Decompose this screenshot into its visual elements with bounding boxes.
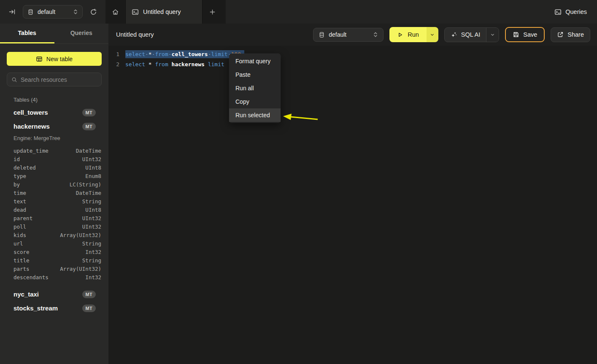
code-line: 1select·*·from·cell_towers·limit·100 — [108, 49, 597, 59]
search-input[interactable] — [21, 76, 97, 83]
column-name: parent — [14, 215, 32, 221]
column-row-deleted: deletedUInt8 — [7, 163, 102, 172]
engine-badge: MT — [82, 305, 96, 312]
column-name: time — [14, 190, 26, 196]
tables-section-label: Tables (4) — [14, 97, 102, 103]
sidebar: Tables Queries New table — [0, 24, 108, 364]
column-type: String — [82, 198, 101, 205]
column-type: UInt32 — [82, 156, 101, 162]
sql-ai-options-caret[interactable] — [486, 28, 499, 42]
home-icon — [112, 8, 119, 16]
column-row-kids: kidsArray(UInt32) — [7, 231, 102, 239]
code-text: select * from hackernews limit — [125, 61, 228, 67]
menu-item-copy[interactable]: Copy — [229, 95, 281, 108]
table-name: cell_towers — [14, 109, 82, 116]
engine-badge: MT — [82, 291, 96, 298]
menu-item-run-selected[interactable]: Run selected — [229, 108, 281, 122]
code-line: 2select * from hackernews limit — [108, 59, 597, 69]
column-name: dead — [14, 207, 26, 213]
column-row-title: titleString — [7, 256, 102, 264]
tab-untitled-query[interactable]: Untitled query — [125, 0, 203, 24]
plus-icon — [209, 9, 216, 15]
topbar-left: default — [0, 0, 105, 24]
new-table-button[interactable]: New table — [7, 52, 102, 66]
refresh-button[interactable] — [87, 5, 100, 18]
home-button[interactable] — [105, 0, 125, 24]
column-type: UInt8 — [85, 164, 101, 171]
column-row-parts: partsArray(UInt32) — [7, 264, 102, 273]
table-row-nyc_taxi[interactable]: nyc_taxiMT — [7, 287, 102, 301]
column-row-by: byLC(String) — [7, 180, 102, 189]
editor-pane: Untitled query default — [108, 24, 597, 364]
column-name: descendants — [14, 274, 49, 280]
column-name: poll — [14, 224, 26, 230]
column-type: Enum8 — [85, 173, 101, 179]
engine-badge: MT — [82, 123, 96, 130]
editor-database-selector[interactable]: default — [313, 28, 384, 42]
column-type: Int32 — [85, 274, 101, 280]
column-row-type: typeEnum8 — [7, 172, 102, 180]
new-tab-button[interactable] — [203, 0, 222, 24]
search-icon — [11, 77, 17, 83]
column-type: UInt32 — [82, 215, 101, 221]
topbar: default — [0, 0, 597, 24]
save-button[interactable]: Save — [505, 27, 545, 42]
topbar-database-selector[interactable]: default — [23, 5, 83, 19]
refresh-icon — [90, 8, 97, 16]
table-engine-label: Engine: MergeTree — [7, 133, 102, 144]
unsaved-changes-dot — [192, 10, 196, 14]
column-name: title — [14, 257, 30, 264]
table-grid-icon — [36, 56, 43, 62]
terminal-icon — [132, 8, 139, 16]
column-row-update_time: update_timeDateTime — [7, 146, 102, 155]
column-row-text: textString — [7, 197, 102, 205]
sidebar-tab-tables[interactable]: Tables — [0, 24, 54, 43]
run-button[interactable]: Run — [389, 27, 438, 42]
queries-button[interactable]: Queries — [554, 8, 587, 16]
run-button-main[interactable]: Run — [389, 27, 427, 42]
sidebar-tab-queries[interactable]: Queries — [54, 24, 109, 43]
column-name: id — [14, 156, 20, 162]
menu-item-format-query[interactable]: Format query — [229, 54, 281, 68]
share-icon — [557, 31, 564, 38]
sidebar-tabs: Tables Queries — [0, 24, 108, 44]
new-table-label: New table — [46, 56, 73, 62]
table-name: hackernews — [14, 123, 82, 130]
database-icon — [27, 9, 34, 15]
column-type: String — [82, 240, 101, 247]
menu-item-run-all[interactable]: Run all — [229, 81, 281, 95]
run-options-caret[interactable] — [427, 27, 438, 42]
column-row-id: idUInt32 — [7, 155, 102, 163]
column-type: String — [82, 257, 101, 264]
chevron-updown-icon — [373, 32, 378, 38]
collapse-sidebar-button[interactable] — [6, 5, 19, 18]
collapse-sidebar-icon — [9, 8, 16, 15]
line-number: 1 — [108, 51, 119, 57]
column-type: Array(UInt32) — [60, 266, 101, 272]
table-row-stocks_stream[interactable]: stocks_streamMT — [7, 301, 102, 315]
sql-editor[interactable]: 1select·*·from·cell_towers·limit·1002sel… — [108, 46, 597, 364]
sql-ai-button-main[interactable]: SQL AI — [445, 28, 486, 42]
menu-item-paste[interactable]: Paste — [229, 68, 281, 81]
sparkles-icon — [451, 31, 457, 38]
chevron-updown-icon — [73, 9, 78, 15]
share-button[interactable]: Share — [551, 27, 590, 42]
column-type: UInt8 — [85, 207, 101, 213]
column-row-descendants: descendantsInt32 — [7, 273, 102, 281]
column-row-parent: parentUInt32 — [7, 214, 102, 222]
column-name: update_time — [14, 148, 49, 154]
topbar-database-value: default — [38, 8, 69, 15]
query-title: Untitled query — [116, 31, 313, 38]
column-row-url: urlString — [7, 239, 102, 248]
save-button-label: Save — [523, 31, 537, 38]
column-type: LC(String) — [70, 181, 101, 188]
editor-context-menu: Format queryPasteRun allCopyRun selected — [229, 54, 281, 123]
editor-database-value: default — [329, 31, 369, 38]
sql-ai-button[interactable]: SQL AI — [444, 27, 499, 42]
tables-list: cell_towersMThackernewsMTEngine: MergeTr… — [7, 105, 102, 315]
table-row-hackernews[interactable]: hackernewsMT — [7, 119, 102, 133]
column-name: text — [14, 198, 26, 205]
editor-header: Untitled query default — [108, 24, 597, 46]
table-row-cell_towers[interactable]: cell_towersMT — [7, 105, 102, 119]
column-name: parts — [14, 266, 30, 272]
